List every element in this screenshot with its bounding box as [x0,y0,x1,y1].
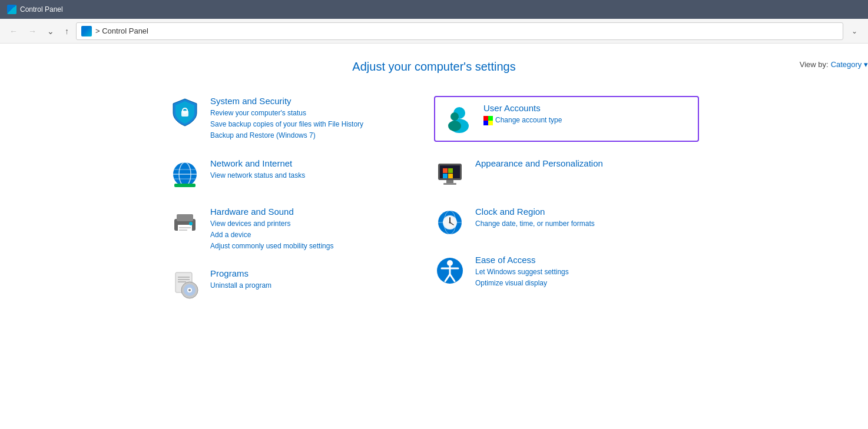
ease-link-1[interactable]: Let Windows suggest settings [475,267,687,278]
ease-content: Ease of Access Let Windows suggest setti… [475,255,687,289]
ease-title[interactable]: Ease of Access [475,255,687,265]
network-content: Network and Internet View network status… [210,158,422,181]
svg-rect-37 [443,183,456,185]
left-column: System and Security Review your computer… [169,88,434,308]
clock-icon [434,207,466,238]
svg-point-24 [450,112,459,121]
hardware-link-3[interactable]: Adjust commonly used mobility settings [210,241,422,252]
recent-locations-button[interactable]: ⌄ [44,24,58,38]
appearance-content: Appearance and Personalization [475,158,687,170]
system-security-title[interactable]: System and Security [210,96,422,106]
breadcrumb-separator: > [95,26,102,35]
clock-content: Clock and Region Change date, time, or n… [475,207,687,230]
system-security-link-1[interactable]: Review your computer's status [210,108,422,119]
appearance-icon [434,158,466,190]
svg-rect-26 [483,116,488,121]
ease-icon [434,255,466,287]
category-hardware: Hardware and Sound View devices and prin… [169,198,434,261]
category-ease: Ease of Access Let Windows suggest setti… [434,247,699,297]
user-accounts-title[interactable]: User Accounts [483,103,690,113]
address-bar: ← → ⌄ ↑ > Control Panel ⌄ [0,19,868,44]
user-accounts-box: User Accounts Change account type [434,96,699,142]
settings-grid: System and Security Review your computer… [169,88,699,332]
right-column: User Accounts Change account type [434,88,699,308]
windows-shield-icon [483,116,493,125]
up-button[interactable]: ↑ [61,24,72,38]
view-by-label: View by: [800,60,829,69]
svg-rect-32 [443,168,448,173]
forward-button[interactable]: → [25,24,40,38]
system-security-icon [169,96,201,128]
network-link-1[interactable]: View network status and tasks [210,170,422,181]
programs-link-1[interactable]: Uninstall a program [210,280,422,291]
main-content: Adjust your computer's settings View by:… [0,44,868,429]
hardware-title[interactable]: Hardware and Sound [210,207,422,217]
hardware-icon [169,207,201,238]
appearance-title[interactable]: Appearance and Personalization [475,158,687,168]
hardware-content: Hardware and Sound View devices and prin… [210,207,422,252]
category-system-security: System and Security Review your computer… [169,88,434,150]
svg-rect-9 [177,214,193,221]
programs-icon [169,268,201,300]
svg-point-13 [189,222,193,225]
svg-rect-34 [443,174,448,178]
svg-rect-12 [179,230,187,231]
network-title[interactable]: Network and Internet [210,158,422,168]
system-security-content: System and Security Review your computer… [210,96,422,142]
address-path[interactable]: > Control Panel [76,22,843,40]
user-accounts-icon [443,103,475,135]
svg-point-45 [449,222,451,224]
breadcrumb-path: Control Panel [102,26,148,35]
hardware-link-2[interactable]: Add a device [210,230,422,241]
hardware-link-1[interactable]: View devices and printers [210,218,422,230]
user-accounts-content: User Accounts Change account type [483,103,690,126]
system-security-link-3[interactable]: Backup and Restore (Windows 7) [210,130,422,141]
page-title: Adjust your computer's settings [35,44,833,88]
svg-rect-29 [488,121,493,125]
ease-link-2[interactable]: Optimize visual display [475,278,687,289]
system-security-link-2[interactable]: Save backup copies of your files with Fi… [210,119,422,130]
svg-point-25 [448,121,461,131]
network-icon [169,158,201,190]
svg-rect-36 [446,180,453,183]
category-clock: Clock and Region Change date, time, or n… [434,198,699,247]
svg-rect-27 [488,116,493,121]
title-bar-text: Control Panel [20,5,63,14]
svg-point-21 [188,289,191,291]
programs-content: Programs Uninstall a program [210,268,422,291]
category-network: Network and Internet View network status… [169,150,434,198]
title-bar: Control Panel [0,0,868,19]
svg-rect-28 [483,121,488,125]
svg-rect-35 [448,174,453,178]
svg-rect-11 [179,227,191,228]
back-button[interactable]: ← [6,24,21,38]
view-by-link[interactable]: Category ▾ [831,60,868,69]
path-icon [81,26,92,36]
svg-rect-7 [174,184,196,187]
category-programs: Programs Uninstall a program [169,260,434,308]
programs-title[interactable]: Programs [210,268,422,278]
address-dropdown-button[interactable]: ⌄ [847,25,862,38]
svg-rect-33 [448,168,453,173]
title-bar-icon [7,5,16,14]
category-appearance: Appearance and Personalization [434,150,699,198]
clock-title[interactable]: Clock and Region [475,207,687,217]
user-accounts-link-1[interactable]: Change account type [495,115,562,126]
clock-link-1[interactable]: Change date, time, or number formats [475,218,687,230]
